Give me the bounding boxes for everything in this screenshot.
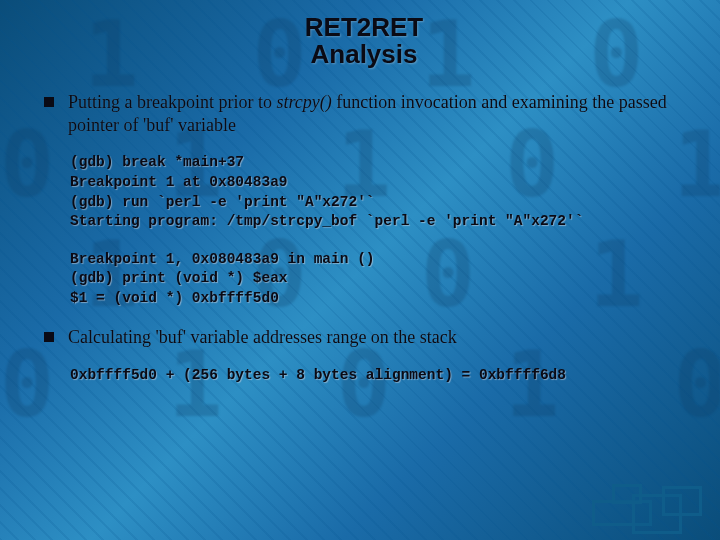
bullet-item: Putting a breakpoint prior to strcpy() f…	[44, 91, 684, 138]
bullet-text: Calculating 'buf' variable addresses ran…	[68, 326, 457, 349]
code-block: 0xbffff5d0 + (256 bytes + 8 bytes alignm…	[70, 366, 684, 386]
code-block: Breakpoint 1, 0x080483a9 in main () (gdb…	[70, 250, 684, 309]
bullet-text-em: strcpy()	[276, 92, 331, 112]
bullet-text: Putting a breakpoint prior to strcpy() f…	[68, 91, 684, 138]
square-bullet-icon	[44, 97, 54, 107]
slide-content: RET2RET Analysis Putting a breakpoint pr…	[0, 0, 720, 385]
title-line-2: Analysis	[311, 39, 418, 69]
bullet-text-pre: Putting a breakpoint prior to	[68, 92, 276, 112]
slide-title: RET2RET Analysis	[44, 14, 684, 69]
code-block: (gdb) break *main+37 Breakpoint 1 at 0x8…	[70, 153, 684, 231]
bullet-item: Calculating 'buf' variable addresses ran…	[44, 326, 684, 349]
square-bullet-icon	[44, 332, 54, 342]
title-line-1: RET2RET	[305, 12, 423, 42]
corner-decoration	[592, 474, 712, 534]
bullet-text-pre: Calculating 'buf' variable addresses ran…	[68, 327, 457, 347]
